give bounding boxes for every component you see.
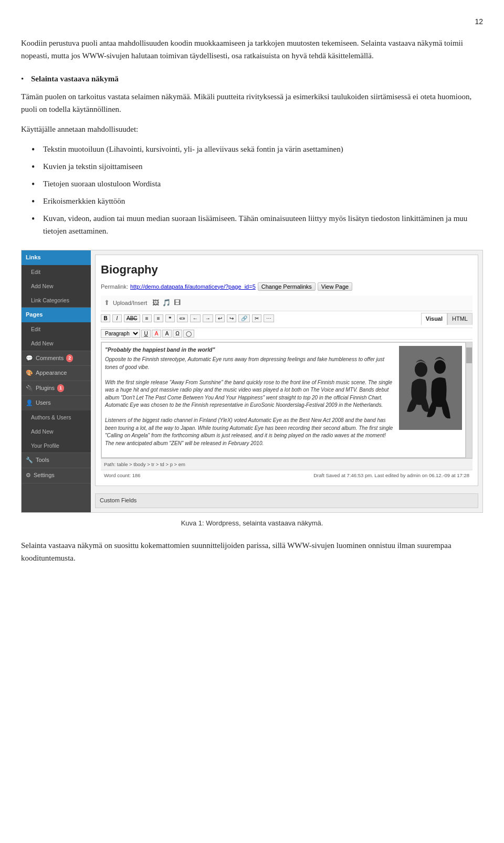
bullet-dot: • <box>32 143 41 157</box>
wp-editor-wrap: Biography Permalink: http://demo.datapat… <box>95 255 478 486</box>
figure-caption: Kuva 1: Wordpress, selainta vastaava näk… <box>21 518 483 529</box>
permalink-link[interactable]: http://demo.datapata.fi/automaticeye/?pa… <box>130 282 256 292</box>
editor-text: "Probably the happiest band in the world… <box>105 346 396 454</box>
bullet-list: • Tekstin muotoiluun (Lihavointi, kursiv… <box>21 143 483 237</box>
toolbar-ul[interactable]: ≡ <box>142 314 152 322</box>
toolbar-more[interactable]: ⋯ <box>264 314 274 322</box>
band-image <box>399 346 462 430</box>
tab-visual[interactable]: Visual <box>421 313 447 325</box>
sidebar-item-plugins[interactable]: 🔌 Plugins 1 <box>22 381 91 396</box>
paragraph-1: Koodiin perustuva puoli antaa mahdollisu… <box>21 37 483 62</box>
sidebar-item-your-profile[interactable]: Your Profile <box>22 439 91 453</box>
editor-text-bold: "Probably the happiest band in the world… <box>105 346 396 354</box>
toolbar-bold[interactable]: B <box>101 314 110 322</box>
sidebar-section-comments: 💬 Comments 2 <box>22 351 91 366</box>
upload-insert-bar: ⬆ Upload/Insert 🖼 🎵 🎞 <box>101 296 472 311</box>
bullet-item-1: • Tekstin muotoiluun (Lihavointi, kursiv… <box>21 143 483 157</box>
editor-content-area: "Probably the happiest band in the world… <box>101 342 472 458</box>
page-number: 12 <box>21 16 483 27</box>
toolbar-row1: B I ABC ≡ ≡ ❝ «» ← → ↩ ↪ 🔗 ✂ ⋯ <box>101 314 274 322</box>
bullet-item-5: • Kuvan, videon, audion tai muun median … <box>21 212 483 237</box>
toolbar-code[interactable]: «» <box>177 314 188 322</box>
sidebar-item-tools[interactable]: 🔧 Tools <box>22 453 91 468</box>
toolbar-unlink[interactable]: ✂ <box>252 314 261 322</box>
bullet-dot: • <box>32 195 41 209</box>
paragraph-5: Käyttäjälle annetaan mahdollisuudet: <box>21 123 483 135</box>
editor-title[interactable]: Biography <box>101 260 472 279</box>
sidebar-item-add-new-users[interactable]: Add New <box>22 425 91 439</box>
sidebar-item-authors-users[interactable]: Authors & Users <box>22 410 91 425</box>
sidebar-links-header[interactable]: Links <box>22 250 91 265</box>
sidebar-section-tools: 🔧 Tools <box>22 453 91 468</box>
editor-word-count: Word count: 186 Draft Saved at 7:46:53 p… <box>101 470 472 480</box>
custom-fields-bar[interactable]: Custom Fields <box>95 493 478 508</box>
toolbar-outdent[interactable]: ← <box>190 314 201 322</box>
main-content: Koodiin perustuva puoli antaa mahdollisu… <box>21 37 483 237</box>
toolbar-strikethrough[interactable]: ABC <box>124 314 140 322</box>
band-image-inner <box>399 346 462 430</box>
sidebar-item-settings[interactable]: ⚙ Settings <box>22 468 91 483</box>
sidebar-section-plugins: 🔌 Plugins 1 <box>22 381 91 396</box>
toolbar-bg-color[interactable]: A <box>162 330 172 338</box>
toolbar-text-color[interactable]: A <box>152 330 161 338</box>
tab-html[interactable]: HTML <box>447 313 472 325</box>
sidebar-item-users[interactable]: 👤 Users <box>22 396 91 410</box>
editor-content[interactable]: "Probably the happiest band in the world… <box>101 342 466 458</box>
final-paragraph: Selainta vastaava näkymä on suosittu kok… <box>21 539 483 564</box>
wp-sidebar: Links Edit Add New Link Categories Pages… <box>22 250 91 512</box>
editor-tabs: Visual HTML <box>421 313 472 325</box>
bullet-item-4: • Erikoismerkkien käyttöön <box>21 195 483 209</box>
bullet-dot: • <box>32 177 41 192</box>
editor-text-body: Opposite to the Finnish stereotype, Auto… <box>105 356 396 447</box>
section-heading-1: • Selainta vastaava näkymä <box>21 72 483 85</box>
upload-icon: ⬆ <box>104 298 110 309</box>
sidebar-item-link-categories[interactable]: Link Categories <box>22 293 91 308</box>
sidebar-item-add-new-links[interactable]: Add New <box>22 279 91 293</box>
toolbar-special-chars[interactable]: Ω <box>173 330 182 338</box>
toolbar-undo[interactable]: ↩ <box>215 314 225 322</box>
toolbar-area: B I ABC ≡ ≡ ❝ «» ← → ↩ ↪ 🔗 ✂ ⋯ Visual <box>101 311 472 328</box>
sidebar-section-pages: Pages Edit Add New <box>22 308 91 351</box>
bullet-dot: • <box>32 212 41 226</box>
media-icon-video[interactable]: 🎵 <box>162 298 171 309</box>
sidebar-section-settings: ⚙ Settings <box>22 468 91 483</box>
sidebar-item-edit-pages[interactable]: Edit <box>22 322 91 336</box>
sidebar-item-edit-links[interactable]: Edit <box>22 265 91 279</box>
bullet-dot: • <box>32 160 41 174</box>
editor-permalink: Permalink: http://demo.datapata.fi/autom… <box>101 282 472 292</box>
toolbar-row2: Paragraph U A A Ω ◯ <box>101 328 472 340</box>
bullet-item-3: • Tietojen suoraan ulostuloon Wordista <box>21 177 483 192</box>
plugins-badge: 1 <box>57 384 64 392</box>
editor-status-bar: Path: table > tbody > tr > td > p > em <box>101 458 472 470</box>
toolbar-help[interactable]: ◯ <box>183 330 194 338</box>
toolbar-italic[interactable]: I <box>112 314 122 322</box>
sidebar-section-links: Links Edit Add New Link Categories <box>22 250 91 308</box>
sidebar-pages-header[interactable]: Pages <box>22 308 91 322</box>
editor-scrollbar[interactable] <box>466 342 472 458</box>
svg-rect-1 <box>399 346 462 430</box>
paragraph-dropdown[interactable]: Paragraph <box>101 329 140 338</box>
view-page-button[interactable]: View Page <box>318 282 352 291</box>
sidebar-item-comments[interactable]: 💬 Comments 2 <box>22 351 91 366</box>
sidebar-section-appearance: 🎨 Appearance <box>22 366 91 381</box>
toolbar-underline[interactable]: U <box>141 330 151 338</box>
wp-editor-main: Biography Permalink: http://demo.datapat… <box>91 250 482 512</box>
toolbar-redo[interactable]: ↪ <box>227 314 236 322</box>
toolbar-indent[interactable]: → <box>203 314 213 322</box>
media-icon-audio[interactable]: 🎞 <box>174 298 181 309</box>
toolbar-link[interactable]: 🔗 <box>238 314 250 322</box>
change-permalink-button[interactable]: Change Permalinks <box>258 282 316 291</box>
bullet-item-2: • Kuvien ja tekstin sijoittamiseen <box>21 160 483 174</box>
svg-point-2 <box>415 362 427 377</box>
toolbar-ol[interactable]: ≡ <box>154 314 163 322</box>
scrollbar-thumb[interactable] <box>466 347 472 363</box>
media-icon-image[interactable]: 🖼 <box>152 298 159 309</box>
svg-point-3 <box>434 360 446 374</box>
toolbar-blockquote[interactable]: ❝ <box>165 314 175 322</box>
screenshot: Links Edit Add New Link Categories Pages… <box>21 250 483 512</box>
sidebar-item-add-new-pages[interactable]: Add New <box>22 336 91 351</box>
comments-badge: 2 <box>66 354 73 362</box>
sidebar-section-users: 👤 Users Authors & Users Add New Your Pro… <box>22 396 91 453</box>
paragraph-3: Tämän puolen on tarkoitus vastata selaim… <box>21 90 483 115</box>
sidebar-item-appearance[interactable]: 🎨 Appearance <box>22 366 91 381</box>
